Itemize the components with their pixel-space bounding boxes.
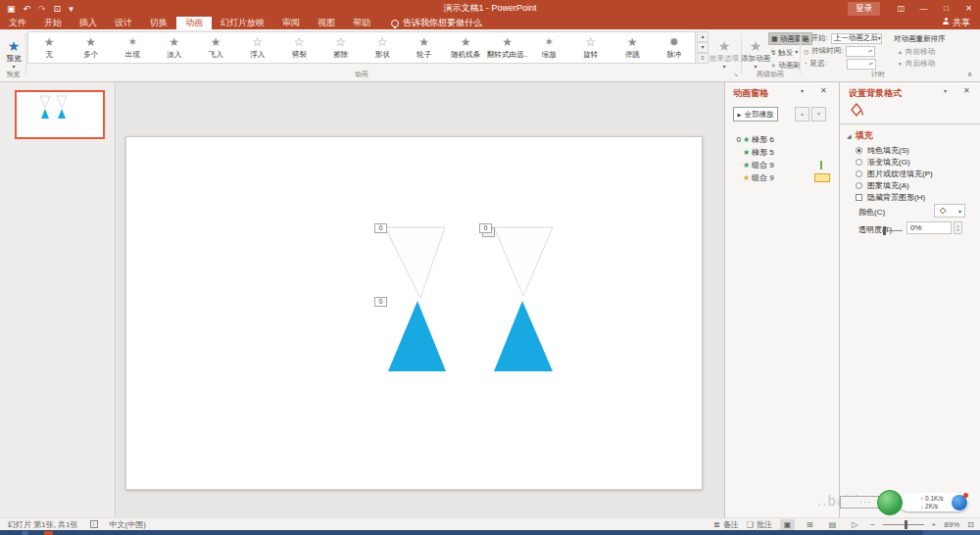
- gallery-item-zoom[interactable]: ✶缩放: [528, 32, 570, 63]
- notes-button[interactable]: ≣ 备注: [713, 519, 739, 530]
- gallery-item-split[interactable]: ☆劈裂: [278, 32, 320, 63]
- move-later-button[interactable]: ▼ 向后移动: [898, 59, 935, 69]
- accessibility-icon[interactable]: i: [90, 520, 98, 528]
- move-up-button[interactable]: ▴: [795, 107, 809, 122]
- tab-animations[interactable]: 动画: [176, 17, 212, 29]
- taskbar-app-icon[interactable]: [22, 531, 28, 535]
- trigger-button[interactable]: ↯ 触发 ▾: [770, 46, 798, 59]
- move-down-button[interactable]: ▾: [811, 107, 826, 122]
- slide-sorter-view-button[interactable]: ⊞: [803, 519, 817, 530]
- gradient-fill-option[interactable]: 渐变填充(G): [856, 157, 910, 168]
- duration-input[interactable]: ▴▾: [846, 46, 875, 57]
- gallery-item-multiple[interactable]: ★多个: [71, 32, 113, 63]
- gallery-more-button[interactable]: ≡: [697, 53, 709, 64]
- transparency-slider-track[interactable]: [885, 230, 903, 231]
- hide-background-option[interactable]: 隐藏背景图形(H): [856, 192, 925, 203]
- transparency-value-input[interactable]: 0%: [906, 221, 952, 234]
- fill-section-header[interactable]: ◢ 填充: [847, 129, 873, 142]
- gallery-item-swivel[interactable]: ★翻转式由远..: [487, 32, 529, 63]
- delay-input[interactable]: ▴▾: [847, 59, 876, 70]
- minimize-button[interactable]: —: [912, 0, 935, 17]
- star-icon: ★: [502, 36, 513, 49]
- zoom-percentage[interactable]: 89%: [944, 520, 959, 529]
- play-all-button[interactable]: ▶ 全部播放: [733, 107, 778, 122]
- gallery-item-none[interactable]: ★无: [28, 32, 71, 63]
- language-indicator[interactable]: 中文(中国): [110, 519, 146, 530]
- gallery-item-appear[interactable]: ✶出现: [112, 32, 154, 63]
- spinner-icon[interactable]: ▴▾: [868, 49, 872, 53]
- start-dropdown[interactable]: 上一动画之后 ▾: [831, 33, 882, 44]
- ribbon-display-options-icon[interactable]: ◫: [890, 0, 912, 17]
- tab-view[interactable]: 视图: [309, 17, 344, 29]
- color-picker-button[interactable]: ▾: [934, 204, 965, 218]
- close-icon[interactable]: ✕: [963, 86, 970, 95]
- dialog-launcher-icon[interactable]: ↘: [733, 71, 738, 77]
- gallery-item-wheel[interactable]: ★轮子: [404, 32, 446, 63]
- animation-list-item-1[interactable]: 0 ★ 梯形 6: [725, 133, 840, 146]
- zoom-in-button[interactable]: +: [932, 520, 937, 529]
- slide-number-indicator[interactable]: 幻灯片 第1张, 共1张: [8, 519, 78, 530]
- slideshow-view-button[interactable]: ▷: [848, 519, 862, 530]
- gallery-item-shape[interactable]: ☆形状: [362, 32, 404, 63]
- outline-triangle-2[interactable]: [494, 227, 553, 296]
- animation-list-item-2[interactable]: ★ 梯形 5: [725, 146, 840, 159]
- zoom-slider-thumb[interactable]: [905, 520, 907, 529]
- maximize-button[interactable]: □: [935, 0, 957, 17]
- pattern-fill-option[interactable]: 图案填充(A): [856, 180, 909, 191]
- gallery-scroll-down[interactable]: ▾: [697, 42, 709, 53]
- filled-triangle-1[interactable]: [388, 301, 446, 371]
- gallery-item-wipe[interactable]: ☆擦除: [320, 32, 363, 63]
- powerpoint-taskbar-icon[interactable]: [44, 531, 53, 535]
- tab-slideshow[interactable]: 幻灯片放映: [212, 17, 273, 29]
- fit-to-window-button[interactable]: ⊡: [967, 520, 974, 529]
- tab-review[interactable]: 审阅: [273, 17, 309, 29]
- tab-insert[interactable]: 插入: [71, 17, 106, 29]
- timeline-bar[interactable]: [814, 173, 830, 182]
- close-button[interactable]: ✕: [957, 0, 980, 17]
- slide-thumbnail-1[interactable]: [15, 90, 105, 139]
- zoom-slider[interactable]: [883, 524, 924, 525]
- gallery-item-random-bars[interactable]: ★随机线条: [445, 32, 487, 63]
- comments-button[interactable]: ❑ 批注: [747, 519, 772, 530]
- paint-bucket-icon[interactable]: [848, 101, 865, 119]
- slide-canvas[interactable]: 0 0 0: [125, 136, 703, 490]
- chevron-down-icon[interactable]: ▾: [944, 87, 947, 94]
- tab-file[interactable]: 文件: [0, 17, 35, 29]
- sign-in-button[interactable]: 登录: [848, 2, 880, 16]
- tell-me-box[interactable]: 告诉我你想要做什么: [391, 17, 482, 29]
- collapse-ribbon-icon[interactable]: ∧: [967, 71, 972, 78]
- filled-triangle-2[interactable]: [494, 301, 553, 371]
- title-bar: ▣ ↶ ↷ ⊡ ▾ 演示文稿1 - PowerPoint 登录 ◫ — □ ✕: [0, 0, 980, 17]
- normal-view-button[interactable]: ▣: [780, 519, 795, 530]
- animation-list-item-3[interactable]: ★ 组合 9: [725, 159, 840, 171]
- gallery-item-fly-in[interactable]: ★飞入: [195, 32, 237, 63]
- gallery-item-pulse[interactable]: ✹脉冲: [654, 32, 696, 63]
- chevron-down-icon[interactable]: ▾: [801, 87, 804, 94]
- gallery-item-float-in[interactable]: ☆浮入: [237, 32, 279, 63]
- animation-list-item-4[interactable]: ★ 组合 9: [725, 171, 840, 184]
- spinner-icon[interactable]: ▴▾: [869, 62, 873, 66]
- spinner-icon[interactable]: ▴▾: [954, 221, 962, 234]
- animation-number-badge-1[interactable]: 0: [374, 223, 387, 233]
- gallery-item-spin[interactable]: ☆旋转: [570, 32, 612, 63]
- share-button[interactable]: 共享: [943, 17, 970, 29]
- tab-home[interactable]: 开始: [35, 17, 71, 29]
- outline-triangle-1[interactable]: [385, 227, 445, 298]
- gallery-item-fade[interactable]: ★淡入: [154, 32, 196, 63]
- timeline-bar[interactable]: [820, 161, 822, 170]
- tab-transitions[interactable]: 切换: [141, 17, 176, 29]
- tab-help[interactable]: 帮助: [344, 17, 379, 29]
- picture-fill-option[interactable]: 图片或纹理填充(P): [856, 169, 933, 179]
- taskbar-tray[interactable]: [923, 530, 980, 535]
- tab-design[interactable]: 设计: [106, 17, 141, 29]
- green-ball-widget-icon[interactable]: [877, 490, 903, 515]
- zoom-out-button[interactable]: −: [870, 520, 875, 529]
- gallery-scroll-up[interactable]: ▴: [697, 31, 709, 42]
- animation-number-badge-3[interactable]: 0: [479, 223, 492, 233]
- animation-number-badge-2[interactable]: 0: [374, 297, 387, 307]
- solid-fill-option[interactable]: 纯色填充(S): [856, 145, 909, 156]
- gallery-item-bounce[interactable]: ★弹跳: [612, 32, 654, 63]
- reading-view-button[interactable]: ▤: [825, 519, 840, 530]
- move-earlier-button[interactable]: ▲ 向前移动: [898, 47, 935, 57]
- close-icon[interactable]: ✕: [820, 86, 827, 95]
